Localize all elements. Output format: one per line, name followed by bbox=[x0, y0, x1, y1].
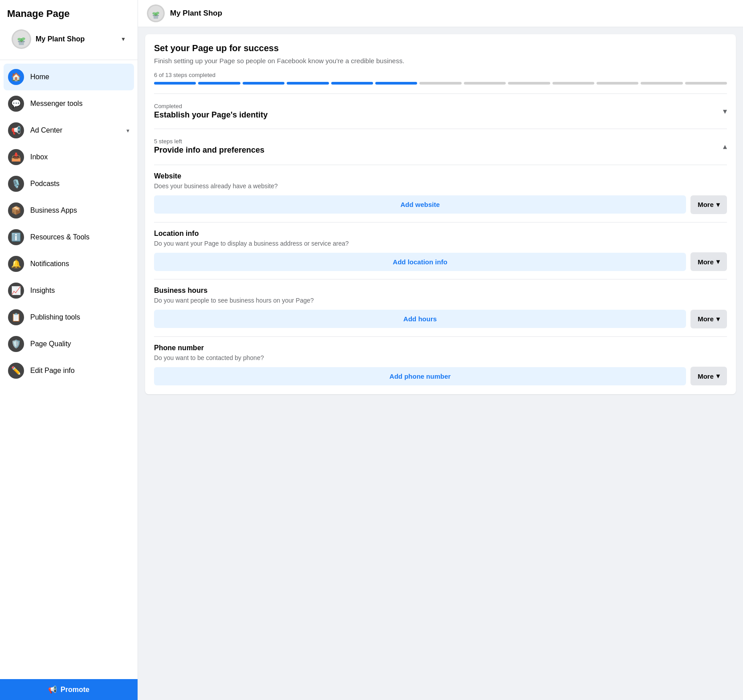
step-desc-website: Does your business already have a websit… bbox=[154, 182, 727, 191]
progress-segment-7 bbox=[464, 82, 506, 85]
sidebar-label-ad-center: Ad Center bbox=[30, 126, 120, 134]
progress-segment-12 bbox=[685, 82, 727, 85]
progress-segment-1 bbox=[198, 82, 240, 85]
step-desc-location: Do you want your Page to display a busin… bbox=[154, 239, 727, 248]
completed-section-header[interactable]: Completed Establish your Page's identity… bbox=[154, 101, 727, 121]
edit-icon: ✏️ bbox=[8, 363, 24, 379]
sidebar-item-podcasts[interactable]: 🎙️ Podcasts bbox=[4, 170, 134, 197]
step-item-location: Location info Do you want your Page to d… bbox=[154, 222, 727, 271]
main-content: My Plant Shop Set your Page up for succe… bbox=[138, 0, 743, 700]
insights-icon: 📈 bbox=[8, 283, 24, 299]
page-avatar bbox=[12, 29, 31, 49]
more-chevron-icon-location: ▾ bbox=[716, 258, 720, 266]
page-selector-chevron-icon: ▼ bbox=[121, 36, 126, 42]
progress-segment-11 bbox=[641, 82, 682, 85]
resources-icon: ℹ️ bbox=[8, 229, 24, 245]
page-selector[interactable]: My Plant Shop ▼ bbox=[7, 26, 130, 53]
content-area: Set your Page up for success Finish sett… bbox=[138, 27, 743, 401]
notifications-icon: 🔔 bbox=[8, 256, 24, 272]
completed-section-info: Completed Establish your Page's identity bbox=[154, 103, 268, 120]
sidebar-item-insights[interactable]: 📈 Insights bbox=[4, 277, 134, 304]
steps-completed-label: 6 of 13 steps completed bbox=[154, 72, 727, 78]
sidebar-title: Manage Page bbox=[7, 8, 130, 20]
svg-point-12 bbox=[156, 12, 159, 14]
progress-segment-4 bbox=[331, 82, 373, 85]
setup-description: Finish setting up your Page so people on… bbox=[154, 56, 727, 65]
more-chevron-icon-website: ▾ bbox=[716, 201, 720, 209]
setup-card: Set your Page up for success Finish sett… bbox=[145, 34, 736, 394]
progress-segment-3 bbox=[287, 82, 329, 85]
progress-segment-2 bbox=[243, 82, 284, 85]
step-item-phone: Phone number Do you want to be contacted… bbox=[154, 336, 727, 386]
sidebar-label-edit: Edit Page info bbox=[30, 367, 130, 375]
home-icon: 🏠 bbox=[8, 69, 24, 85]
more-chevron-icon-phone: ▾ bbox=[716, 372, 720, 380]
promote-button[interactable]: 📢 Promote bbox=[0, 679, 138, 700]
completed-section-title: Establish your Page's identity bbox=[154, 110, 268, 120]
step-primary-btn-hours[interactable]: Add hours bbox=[154, 310, 686, 328]
business-apps-icon: 📦 bbox=[8, 202, 24, 218]
sidebar-label-resources: Resources & Tools bbox=[30, 233, 130, 241]
divider-2 bbox=[154, 129, 727, 129]
step-more-btn-location[interactable]: More ▾ bbox=[690, 252, 727, 271]
page-name: My Plant Shop bbox=[36, 35, 116, 43]
sidebar-item-business-apps[interactable]: 📦 Business Apps bbox=[4, 197, 134, 224]
step-primary-btn-location[interactable]: Add location info bbox=[154, 253, 686, 271]
sidebar-item-inbox[interactable]: 📥 Inbox bbox=[4, 144, 134, 170]
step-desc-hours: Do you want people to see business hours… bbox=[154, 296, 727, 305]
inbox-icon: 📥 bbox=[8, 149, 24, 165]
completed-chevron-icon: ▾ bbox=[723, 106, 727, 116]
pending-section-header[interactable]: 5 steps left Provide info and preference… bbox=[154, 136, 727, 157]
sidebar-item-notifications[interactable]: 🔔 Notifications bbox=[4, 251, 134, 277]
sidebar-label-insights: Insights bbox=[30, 287, 130, 295]
progress-segment-8 bbox=[508, 82, 550, 85]
step-item-website: Website Does your business already have … bbox=[154, 165, 727, 214]
step-primary-btn-website[interactable]: Add website bbox=[154, 195, 686, 214]
step-primary-btn-phone[interactable]: Add phone number bbox=[154, 367, 686, 385]
sidebar-label-notifications: Notifications bbox=[30, 260, 130, 268]
sidebar-label-podcasts: Podcasts bbox=[30, 180, 130, 188]
sidebar-label-publishing: Publishing tools bbox=[30, 313, 130, 321]
step-actions-website: Add website More ▾ bbox=[154, 195, 727, 214]
sidebar-item-home[interactable]: 🏠 Home bbox=[4, 64, 134, 90]
messenger-icon: 💬 bbox=[8, 96, 24, 112]
step-item-hours: Business hours Do you want people to see… bbox=[154, 279, 727, 328]
step-desc-phone: Do you want to be contacted by phone? bbox=[154, 354, 727, 363]
step-more-btn-phone[interactable]: More ▾ bbox=[690, 367, 727, 385]
progress-segment-9 bbox=[552, 82, 594, 85]
pending-chevron-icon: ▴ bbox=[723, 142, 727, 151]
promote-label: Promote bbox=[61, 686, 89, 694]
sidebar-item-messenger[interactable]: 💬 Messenger tools bbox=[4, 90, 134, 117]
sidebar-item-edit[interactable]: ✏️ Edit Page info bbox=[4, 357, 134, 384]
progress-segment-0 bbox=[154, 82, 196, 85]
step-more-btn-hours[interactable]: More ▾ bbox=[690, 310, 727, 328]
sidebar-label-business-apps: Business Apps bbox=[30, 206, 130, 214]
promote-megaphone-icon: 📢 bbox=[48, 685, 57, 694]
sidebar-item-ad-center[interactable]: 📢 Ad Center ▾ bbox=[4, 117, 134, 144]
svg-point-5 bbox=[22, 37, 25, 40]
steps-left-label: 5 steps left bbox=[154, 138, 264, 145]
progress-segment-6 bbox=[419, 82, 461, 85]
step-label-location: Location info bbox=[154, 230, 727, 238]
sidebar-item-resources[interactable]: ℹ️ Resources & Tools bbox=[4, 224, 134, 251]
main-header-avatar bbox=[147, 4, 165, 22]
progress-bar bbox=[154, 82, 727, 85]
main-header: My Plant Shop bbox=[138, 0, 743, 27]
divider-1 bbox=[154, 93, 727, 94]
sidebar-header: Manage Page My Plant Shop ▼ bbox=[0, 0, 138, 58]
sidebar-item-publishing[interactable]: 📋 Publishing tools bbox=[4, 304, 134, 331]
sidebar-item-quality[interactable]: 🛡️ Page Quality bbox=[4, 331, 134, 357]
step-divider-phone bbox=[154, 336, 727, 337]
svg-point-4 bbox=[17, 38, 21, 40]
ad-center-chevron-icon: ▾ bbox=[126, 127, 130, 134]
svg-rect-8 bbox=[154, 16, 158, 19]
step-divider-location bbox=[154, 222, 727, 223]
podcasts-icon: 🎙️ bbox=[8, 176, 24, 192]
sidebar-nav: 🏠 Home 💬 Messenger tools 📢 Ad Center ▾ 📥… bbox=[0, 62, 138, 679]
pending-section-info: 5 steps left Provide info and preference… bbox=[154, 138, 264, 155]
step-label-website: Website bbox=[154, 172, 727, 180]
step-more-btn-website[interactable]: More ▾ bbox=[690, 195, 727, 214]
ad-center-icon: 📢 bbox=[8, 122, 24, 138]
more-chevron-icon-hours: ▾ bbox=[716, 315, 720, 323]
step-label-hours: Business hours bbox=[154, 287, 727, 295]
